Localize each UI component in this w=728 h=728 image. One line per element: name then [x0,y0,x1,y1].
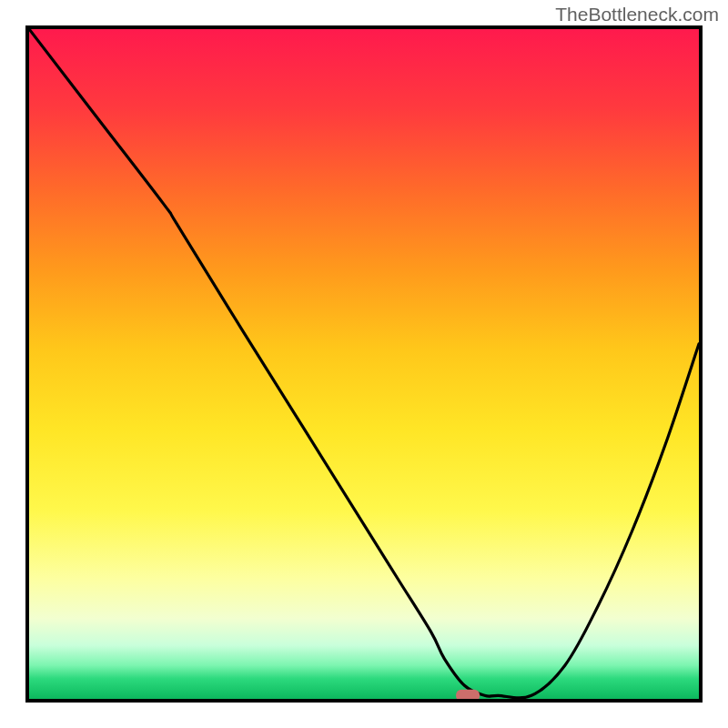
chart-container: TheBottleneck.com [0,0,728,728]
plot-area [25,25,703,703]
bottleneck-curve [29,29,699,698]
optimal-marker [456,690,480,699]
chart-svg [29,29,699,699]
watermark-text: TheBottleneck.com [555,4,719,25]
